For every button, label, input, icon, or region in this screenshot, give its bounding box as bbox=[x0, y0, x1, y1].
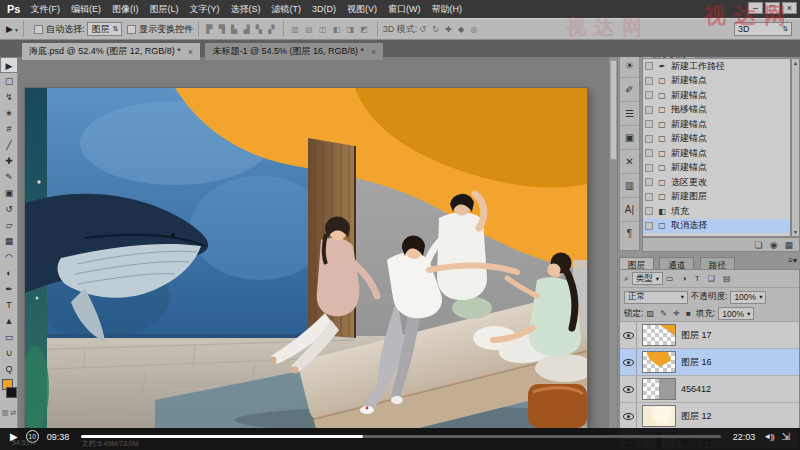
hand-tool[interactable]: ∪ bbox=[0, 345, 18, 361]
visibility-cell[interactable] bbox=[620, 322, 637, 348]
history-step[interactable]: ▢新建锚点 bbox=[643, 88, 790, 103]
history-source-checkbox[interactable] bbox=[645, 62, 653, 70]
layer-row[interactable]: 图层 17 bbox=[620, 322, 799, 349]
paragraph-panel-icon[interactable]: ¶ bbox=[620, 222, 639, 246]
eye-icon[interactable] bbox=[623, 359, 634, 366]
history-source-checkbox[interactable] bbox=[645, 149, 653, 157]
history-source-checkbox[interactable] bbox=[645, 77, 653, 85]
document-tab-inactive[interactable]: 海底.psd @ 52.4% (图层 12, RGB/8) * × bbox=[22, 43, 200, 60]
styles-panel-icon[interactable]: ☰ bbox=[620, 102, 639, 126]
menu-select[interactable]: 选择(S) bbox=[230, 3, 260, 16]
panel-menu-icon[interactable]: ≡▾ bbox=[788, 256, 797, 265]
quick-select-tool[interactable]: ∗ bbox=[0, 105, 18, 121]
shape-tool[interactable]: ▭ bbox=[0, 329, 18, 345]
history-source-checkbox[interactable] bbox=[645, 106, 653, 114]
brush-panel-icon[interactable]: ✐ bbox=[620, 78, 639, 102]
blur-tool[interactable]: ◠ bbox=[0, 249, 18, 265]
scroll-up-icon[interactable]: ▲ bbox=[792, 60, 799, 66]
layer-thumbnail[interactable] bbox=[642, 405, 676, 427]
history-step[interactable]: ◧填充 bbox=[643, 204, 790, 219]
info-panel-icon[interactable]: ▥ bbox=[620, 174, 639, 198]
healing-tool[interactable]: ✚ bbox=[0, 153, 18, 169]
auto-select-checkbox[interactable] bbox=[34, 25, 43, 34]
visibility-cell[interactable] bbox=[620, 349, 637, 375]
lock-icons[interactable]: ▨ ✎ ✛ ■ bbox=[646, 309, 692, 318]
menu-help[interactable]: 帮助(H) bbox=[431, 3, 462, 16]
gradient-tool[interactable]: ▦ bbox=[0, 233, 18, 249]
preset-caret-icon[interactable]: ▾ bbox=[15, 26, 18, 33]
clone-source-panel-icon[interactable]: ▣ bbox=[620, 126, 639, 150]
menu-window[interactable]: 窗口(W) bbox=[388, 3, 421, 16]
clone-stamp-tool[interactable]: ▣ bbox=[0, 185, 18, 201]
auto-select-dropdown[interactable]: 图层 ⇅ bbox=[87, 22, 122, 36]
history-source-checkbox[interactable] bbox=[645, 178, 653, 186]
distribute-icons[interactable]: ▥ ▤ ◫ ◧ ◨ ◩ bbox=[291, 25, 369, 34]
history-source-checkbox[interactable] bbox=[645, 91, 653, 99]
history-source-checkbox[interactable] bbox=[645, 207, 653, 215]
close-button[interactable]: × bbox=[782, 2, 797, 14]
menu-type[interactable]: 文字(Y) bbox=[189, 3, 219, 16]
document-canvas[interactable] bbox=[25, 88, 587, 428]
menu-view[interactable]: 视图(V) bbox=[347, 3, 377, 16]
layer-thumbnail[interactable] bbox=[642, 324, 676, 346]
layer-row[interactable]: 456412 bbox=[620, 376, 799, 403]
history-step[interactable]: ▢新建锚点 bbox=[643, 74, 790, 89]
history-step-selected[interactable]: ▢取消选择 bbox=[643, 219, 790, 234]
scrollbar-thumb[interactable] bbox=[610, 60, 617, 160]
layer-row-selected[interactable]: 图层 16 bbox=[620, 349, 799, 376]
history-source-checkbox[interactable] bbox=[645, 135, 653, 143]
history-step[interactable]: ▢新建锚点 bbox=[643, 161, 790, 176]
history-brush-tool[interactable]: ↺ bbox=[0, 201, 18, 217]
document-tab-active[interactable]: 未标题-1 @ 54.5% (图层 16, RGB/8) * × bbox=[205, 43, 383, 60]
history-source-checkbox[interactable] bbox=[645, 164, 653, 172]
eye-icon[interactable] bbox=[623, 386, 634, 393]
history-source-checkbox[interactable] bbox=[645, 120, 653, 128]
pen-tool[interactable]: ✒ bbox=[0, 281, 18, 297]
layer-thumbnail[interactable] bbox=[642, 378, 676, 400]
history-step[interactable]: ▢新建图层 bbox=[643, 190, 790, 205]
tab-close-icon[interactable]: × bbox=[371, 47, 376, 57]
type-tool[interactable]: T bbox=[0, 297, 18, 313]
visibility-cell[interactable] bbox=[620, 376, 637, 402]
filter-type-dropdown[interactable]: 类型 ▾ bbox=[632, 272, 663, 285]
history-source-checkbox[interactable] bbox=[645, 222, 653, 230]
align-icons[interactable]: ▛ ▜ ▙ ▟ ▚ ▞ bbox=[206, 25, 276, 34]
new-document-from-state-icon[interactable]: ❏ bbox=[755, 240, 763, 250]
show-transform-checkbox[interactable] bbox=[127, 25, 136, 34]
layer-thumbnail[interactable] bbox=[642, 351, 676, 373]
adjustments-panel-icon[interactable]: ☀ bbox=[620, 54, 639, 78]
eyedropper-tool[interactable]: ╱ bbox=[0, 137, 18, 153]
visibility-cell[interactable] bbox=[620, 403, 637, 429]
eraser-tool[interactable]: ▱ bbox=[0, 217, 18, 233]
crop-tool[interactable]: # bbox=[0, 121, 18, 137]
move-tool-preset-icon[interactable]: ▶ bbox=[6, 24, 13, 34]
fullscreen-icon[interactable]: ⇲ bbox=[782, 431, 790, 442]
history-step[interactable]: ▢新建锚点 bbox=[643, 146, 790, 161]
menu-3d[interactable]: 3D(D) bbox=[312, 4, 336, 14]
history-step[interactable]: ▢新建锚点 bbox=[643, 117, 790, 132]
character-panel-icon[interactable]: A| bbox=[620, 198, 639, 222]
blend-mode-dropdown[interactable]: 正常 ▾ bbox=[624, 291, 688, 304]
volume-icon[interactable]: ◄)) bbox=[763, 432, 773, 441]
menu-file[interactable]: 文件(F) bbox=[30, 3, 60, 16]
filter-kind-icons[interactable]: ▭ ◑ T ❏ ▤ bbox=[666, 274, 734, 283]
path-select-tool[interactable]: ▲ bbox=[0, 313, 18, 329]
background-color-swatch[interactable] bbox=[6, 387, 17, 398]
new-snapshot-icon[interactable]: ◉ bbox=[770, 240, 778, 250]
scroll-down-icon[interactable]: ▼ bbox=[792, 229, 799, 235]
zoom-tool[interactable]: Q bbox=[0, 361, 18, 377]
tab-close-icon[interactable]: × bbox=[188, 47, 193, 57]
video-progress-bar[interactable] bbox=[81, 435, 721, 438]
marquee-tool[interactable]: ▢ bbox=[0, 73, 18, 89]
history-step[interactable]: ▢选区更改 bbox=[643, 175, 790, 190]
dodge-tool[interactable]: ◐ bbox=[0, 265, 18, 281]
menu-image[interactable]: 图像(I) bbox=[112, 3, 139, 16]
history-step[interactable]: ✒新建工作路径 bbox=[643, 59, 790, 74]
eye-icon[interactable] bbox=[623, 332, 634, 339]
history-step[interactable]: ▢拖移锚点 bbox=[643, 103, 790, 118]
opacity-dropdown[interactable]: 100% ▾ bbox=[730, 291, 766, 304]
move-tool[interactable]: ▶ bbox=[0, 57, 18, 73]
layer-row[interactable]: 图层 12 bbox=[620, 403, 799, 430]
menu-filter[interactable]: 滤镜(T) bbox=[271, 3, 301, 16]
history-scrollbar[interactable]: ▲ ▼ bbox=[791, 58, 800, 237]
